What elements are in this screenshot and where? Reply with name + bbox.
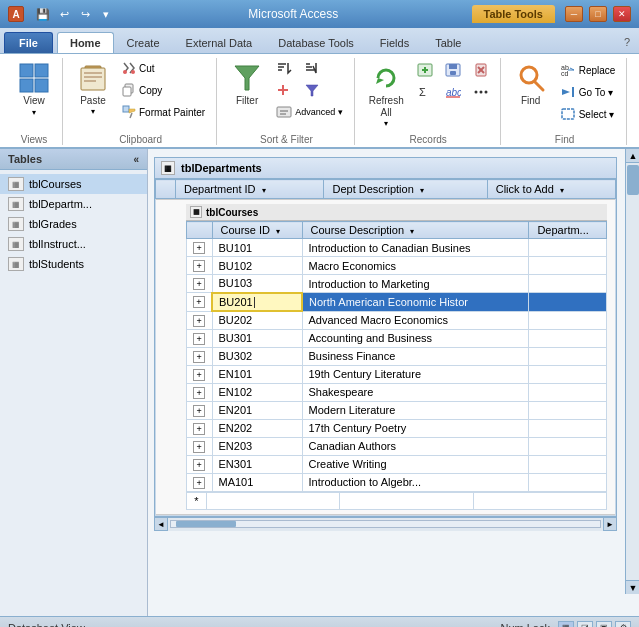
dept-cell[interactable] (529, 473, 607, 491)
course-id-cell[interactable]: BU302 (212, 347, 302, 365)
course-id-cell[interactable]: BU202 (212, 311, 302, 329)
format-painter-button[interactable]: Format Painter (117, 102, 210, 122)
layout-view-icon[interactable]: ▣ (596, 621, 612, 628)
tab-database-tools[interactable]: Database Tools (265, 32, 367, 53)
course-desc-cell[interactable]: Introduction to Marketing (302, 275, 529, 293)
course-id-cell[interactable]: EN101 (212, 365, 302, 383)
delete-record-button[interactable] (468, 60, 494, 80)
tab-home[interactable]: Home (57, 32, 114, 53)
nav-item-tblcourses[interactable]: ▦ tblCourses (0, 174, 147, 194)
toggle-filter-button[interactable] (299, 80, 325, 100)
redo-btn[interactable]: ↪ (76, 5, 94, 23)
inner-grid-row[interactable]: +BU202Advanced Macro Economics (187, 311, 607, 329)
close-btn[interactable]: ✕ (613, 6, 631, 22)
goto-button[interactable]: Go To ▾ (555, 82, 621, 102)
expand-cell[interactable]: + (187, 257, 213, 275)
nav-item-tbldepartm[interactable]: ▦ tblDepartm... (0, 194, 147, 214)
course-desc-cell[interactable]: Business Finance (302, 347, 529, 365)
inner-grid-row[interactable]: +BU201North American Economic Histor (187, 293, 607, 312)
undo-btn[interactable]: ↩ (55, 5, 73, 23)
expand-cell[interactable]: + (187, 401, 213, 419)
nav-item-tblgrades[interactable]: ▦ tblGrades (0, 214, 147, 234)
expand-cell[interactable]: + (187, 293, 213, 312)
refresh-all-button[interactable]: RefreshAll ▾ (363, 58, 410, 132)
inner-grid-row[interactable]: +BU101Introduction to Canadian Busines (187, 239, 607, 257)
course-desc-cell[interactable]: Macro Economics (302, 257, 529, 275)
cut-button[interactable]: Cut (117, 58, 210, 78)
course-id-cell[interactable]: BU301 (212, 329, 302, 347)
tab-file[interactable]: File (4, 32, 53, 53)
restore-btn[interactable]: □ (589, 6, 607, 22)
scroll-thumb[interactable] (627, 165, 639, 195)
course-id-cell[interactable]: EN301 (212, 455, 302, 473)
inner-grid-row[interactable]: +MA101Introduction to Algebr... (187, 473, 607, 491)
dept-cell[interactable] (529, 329, 607, 347)
inner-grid-row[interactable]: +BU102Macro Economics (187, 257, 607, 275)
inner-col-course-id[interactable]: Course ID ▾ (212, 222, 302, 239)
view-button[interactable]: View ▾ (12, 58, 56, 121)
inner-col-course-desc[interactable]: Course Description ▾ (302, 222, 529, 239)
expand-cell[interactable]: + (187, 383, 213, 401)
expand-cell[interactable]: + (187, 455, 213, 473)
size-to-fit-button[interactable]: Size toFit Form (635, 58, 639, 123)
dept-cell[interactable] (529, 437, 607, 455)
tab-external-data[interactable]: External Data (173, 32, 266, 53)
course-id-cell[interactable]: EN202 (212, 419, 302, 437)
sort-descending-button[interactable] (299, 58, 325, 78)
dept-cell[interactable] (529, 365, 607, 383)
inner-grid-row[interactable]: +EN102Shakespeare (187, 383, 607, 401)
filter-button[interactable]: Filter (225, 58, 269, 111)
course-desc-cell[interactable]: Advanced Macro Economics (302, 311, 529, 329)
course-desc-cell[interactable]: Introduction to Algebr... (302, 473, 529, 491)
course-desc-cell[interactable]: 19th Century Literature (302, 365, 529, 383)
inner-grid-row[interactable]: +BU302Business Finance (187, 347, 607, 365)
dept-cell[interactable] (529, 257, 607, 275)
outer-col-dept-desc[interactable]: Dept Description ▾ (324, 180, 487, 199)
inner-grid-row[interactable]: +EN301Creative Writing (187, 455, 607, 473)
expand-cell[interactable]: + (187, 419, 213, 437)
course-desc-cell[interactable]: 17th Century Poetry (302, 419, 529, 437)
course-id-cell[interactable]: MA101 (212, 473, 302, 491)
datasheet-view-icon[interactable]: ▦ (558, 621, 574, 628)
dept-cell[interactable] (529, 455, 607, 473)
new-row-course-id[interactable] (207, 492, 340, 509)
expand-cell[interactable]: + (187, 239, 213, 257)
course-desc-cell[interactable]: Introduction to Canadian Busines (302, 239, 529, 257)
new-row-dept[interactable] (473, 492, 606, 509)
course-desc-cell[interactable]: Canadian Authors (302, 437, 529, 455)
nav-toggle-btn[interactable]: « (133, 154, 139, 165)
course-desc-cell[interactable]: Shakespeare (302, 383, 529, 401)
save-quick-btn[interactable]: 💾 (34, 5, 52, 23)
tab-create[interactable]: Create (114, 32, 173, 53)
outer-scrollbar[interactable]: ▲ ▼ (625, 149, 639, 594)
dept-cell[interactable] (529, 347, 607, 365)
find-button[interactable]: Find (509, 58, 553, 111)
expand-cell[interactable]: + (187, 329, 213, 347)
scroll-up-btn[interactable]: ▲ (626, 149, 639, 163)
tab-fields[interactable]: Fields (367, 32, 422, 53)
dept-cell[interactable] (529, 293, 607, 312)
customize-btn[interactable]: ▾ (97, 5, 115, 23)
course-id-cell[interactable]: BU103 (212, 275, 302, 293)
course-desc-cell[interactable]: Accounting and Business (302, 329, 529, 347)
dept-cell[interactable] (529, 275, 607, 293)
inner-grid-row[interactable]: +BU301Accounting and Business (187, 329, 607, 347)
minimize-btn[interactable]: ─ (565, 6, 583, 22)
inner-col-dept[interactable]: Departm... (529, 222, 607, 239)
spelling-button[interactable]: abc (440, 82, 466, 102)
scroll-left-btn[interactable]: ◄ (154, 517, 168, 531)
horiz-scroll-track[interactable] (170, 520, 601, 528)
dept-cell[interactable] (529, 383, 607, 401)
course-id-cell[interactable]: EN201 (212, 401, 302, 419)
design-view-icon[interactable]: ⚙ (615, 621, 631, 628)
outer-col-click-add[interactable]: Click to Add ▾ (487, 180, 615, 199)
dept-cell[interactable] (529, 311, 607, 329)
course-desc-cell[interactable]: North American Economic Histor (302, 293, 529, 312)
paste-button[interactable]: Paste ▾ (71, 58, 115, 120)
course-desc-cell[interactable]: Modern Literature (302, 401, 529, 419)
form-view-icon[interactable]: ◪ (577, 621, 593, 628)
expand-cell[interactable]: + (187, 275, 213, 293)
advanced-button[interactable]: Advanced ▾ (271, 102, 348, 122)
horizontal-scrollbar[interactable]: ◄ ► (154, 517, 617, 531)
tab-table[interactable]: Table (422, 32, 474, 53)
